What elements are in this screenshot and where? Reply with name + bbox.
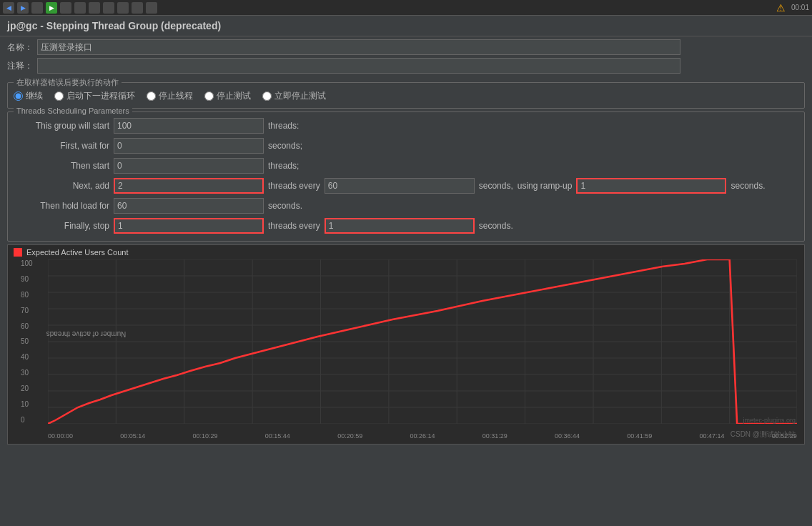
chart-container: Expected Active Users Count Number of ac… [7, 244, 805, 445]
row6-input1[interactable] [114, 218, 264, 234]
y-tick-40: 40 [21, 353, 33, 361]
y-axis: 100 90 80 70 60 50 40 30 20 10 0 [21, 259, 33, 424]
run-icon[interactable]: ▶ [46, 2, 57, 14]
y-tick-0: 0 [21, 416, 33, 424]
toolbar-icon-1[interactable]: ◀ [3, 2, 14, 14]
row4-label: Next, add [16, 181, 109, 191]
row1-label: This group will start [16, 121, 109, 131]
error-action-title: 在取样器错误后要执行的动作 [14, 77, 122, 88]
toolbar-icon-10[interactable] [132, 2, 143, 14]
threads-section: Threads Scheduling Parameters This group… [7, 111, 805, 242]
name-label: 名称： [7, 41, 33, 54]
x-tick-2: 00:10:29 [193, 432, 218, 440]
y-tick-50: 50 [21, 337, 33, 345]
x-tick-0: 00:00:00 [48, 432, 73, 440]
comment-row: 注释： [7, 58, 805, 74]
x-tick-9: 00:47:14 [700, 432, 725, 440]
name-input[interactable] [37, 39, 680, 55]
chart-legend-label: Expected Active Users Count [26, 248, 128, 257]
toolbar-icon-5[interactable] [60, 2, 71, 14]
warning-icon: ⚠ [776, 2, 786, 14]
row2-unit: seconds; [268, 141, 302, 151]
y-tick-70: 70 [21, 307, 33, 314]
error-action-radio-group: 继续 启动下一进程循环 停止线程 停止测试 立即停止测试 [14, 89, 798, 102]
thread-row-2: First, wait for seconds; [16, 138, 796, 154]
y-tick-20: 20 [21, 384, 33, 392]
row6-label: Finally, stop [16, 221, 109, 231]
toolbar-icon-6[interactable] [74, 2, 86, 14]
row3-label: Then start [16, 161, 109, 171]
x-tick-5: 00:26:14 [410, 432, 435, 440]
x-axis: 00:00:00 00:05:14 00:10:29 00:15:44 00:2… [48, 432, 797, 440]
toolbar-icon-9[interactable] [117, 2, 129, 14]
thread-row-5: Then hold load for seconds. [16, 198, 796, 214]
row6-unit2: seconds. [479, 221, 513, 231]
comment-input[interactable] [37, 58, 680, 74]
top-toolbar: ◀ ▶ ▶ ⚠ 00:01 [0, 0, 812, 16]
x-tick-4: 00:20:59 [337, 432, 362, 440]
radio-stop-test-now[interactable]: 立即停止测试 [262, 90, 326, 102]
x-tick-8: 00:41:59 [627, 432, 652, 440]
y-tick-90: 90 [21, 275, 33, 283]
row4b-input[interactable] [576, 178, 726, 194]
thread-row-1: This group will start threads: [16, 118, 796, 134]
chart-title-area: Expected Active Users Count [8, 245, 804, 259]
row5-label: Then hold load for [16, 201, 109, 211]
thread-row-6: Finally, stop threads every seconds. [16, 218, 796, 234]
y-tick-30: 30 [21, 369, 33, 377]
row5-unit: seconds. [268, 201, 302, 211]
comment-label: 注释： [7, 60, 33, 72]
radio-continue[interactable]: 继续 [14, 90, 43, 102]
row3-input[interactable] [114, 158, 264, 174]
radio-next-loop[interactable]: 启动下一进程循环 [54, 90, 135, 102]
x-tick-7: 00:36:44 [555, 432, 580, 440]
chart-legend-color [14, 248, 22, 257]
row4-unit1: threads every [268, 181, 320, 191]
row3-unit: threads; [268, 161, 299, 171]
name-row: 名称： [7, 39, 805, 55]
toolbar-icon-3[interactable] [31, 2, 43, 14]
row4-input1[interactable] [114, 178, 264, 194]
radio-stop-test[interactable]: 停止测试 [204, 90, 251, 102]
row4-input2[interactable] [325, 178, 475, 194]
row6-unit1: threads every [268, 221, 320, 231]
y-tick-80: 80 [21, 291, 33, 299]
x-tick-6: 00:31:29 [482, 432, 508, 440]
toolbar-icon-11[interactable] [146, 2, 157, 14]
row2-label: First, wait for [16, 141, 109, 151]
row5-input[interactable] [114, 198, 264, 214]
y-tick-100: 100 [21, 259, 33, 267]
chart-svg [48, 259, 797, 424]
row1-unit: threads: [268, 121, 299, 131]
radio-stop-thread[interactable]: 停止线程 [147, 90, 193, 102]
row4-unit2: seconds, [479, 181, 513, 191]
window-title: jp@gc - Stepping Thread Group (deprecate… [0, 16, 812, 36]
name-section: 名称： 注释： [0, 36, 812, 79]
chart-area: Number of active threads 100 90 80 70 60… [48, 259, 797, 424]
row1-input[interactable] [114, 118, 264, 134]
time-display: 00:01 [791, 4, 809, 11]
threads-section-title: Threads Scheduling Parameters [14, 106, 132, 115]
x-tick-1: 00:05:14 [120, 432, 145, 440]
thread-row-4: Next, add threads every seconds, using r… [16, 178, 796, 194]
error-action-section: 在取样器错误后要执行的动作 继续 启动下一进程循环 停止线程 停止测试 立即停止… [7, 82, 805, 109]
toolbar-icon-8[interactable] [103, 2, 114, 14]
csdn-mark: CSDN @测试的小站 [731, 430, 796, 440]
toolbar-icon-7[interactable] [89, 2, 100, 14]
row2-input[interactable] [114, 138, 264, 154]
row4b-label: using ramp-up [518, 181, 573, 191]
chart-watermark: jmetec-plugins.org [743, 417, 796, 424]
y-tick-60: 60 [21, 322, 33, 330]
row6-input2[interactable] [325, 218, 475, 234]
y-tick-10: 10 [21, 400, 33, 408]
x-tick-3: 00:15:44 [265, 432, 290, 440]
thread-row-3: Then start threads; [16, 158, 796, 174]
row4b-unit: seconds. [731, 181, 765, 191]
toolbar-icon-2[interactable]: ▶ [17, 2, 29, 14]
